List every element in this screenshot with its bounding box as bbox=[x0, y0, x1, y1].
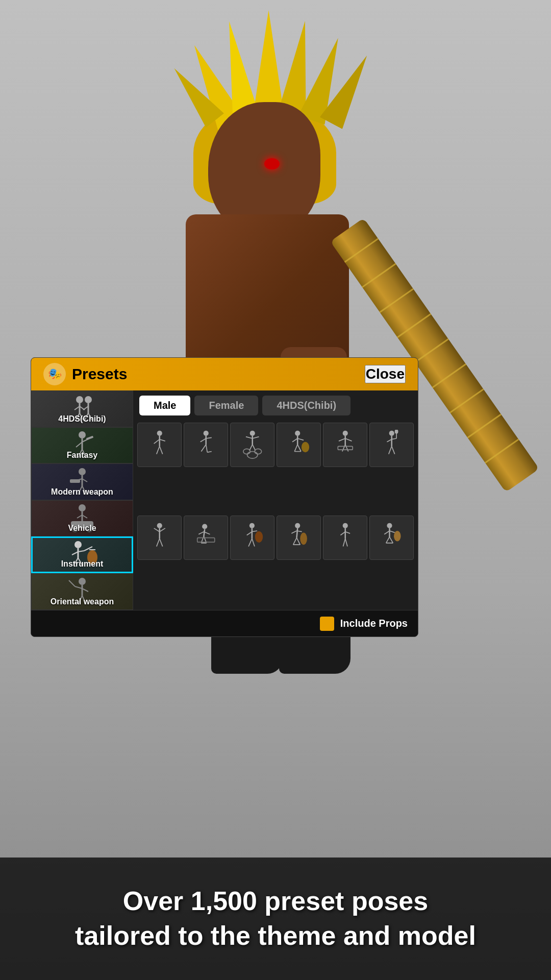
svg-point-70 bbox=[295, 430, 300, 435]
category-label-modern-weapon: Modern weapon bbox=[51, 487, 113, 497]
svg-point-113 bbox=[255, 531, 263, 543]
caption-line-2: tailored to the theme and model bbox=[75, 921, 476, 950]
caption-text: Over 1,500 preset poses tailored to the … bbox=[75, 884, 476, 953]
svg-rect-84 bbox=[338, 446, 353, 450]
pose-5-icon bbox=[330, 430, 361, 460]
pose-cell-12[interactable] bbox=[369, 516, 414, 560]
svg-point-48 bbox=[157, 430, 162, 435]
svg-line-82 bbox=[342, 445, 345, 452]
category-item-modern-weapon[interactable]: Modern weapon bbox=[31, 463, 133, 500]
category-item-vehicle[interactable]: Vehicle bbox=[31, 500, 133, 537]
svg-point-68 bbox=[255, 449, 262, 454]
presets-title: Presets bbox=[72, 365, 127, 383]
category-list: 4HDS(Chibi) Fantasy bbox=[31, 390, 133, 610]
tab-4hds-chibi[interactable]: 4HDS(Chibi) bbox=[262, 396, 350, 415]
svg-line-72 bbox=[292, 438, 297, 442]
category-item-instrument[interactable]: Instrument bbox=[31, 536, 133, 573]
pose-cell-9[interactable] bbox=[230, 516, 274, 560]
svg-line-74 bbox=[294, 445, 297, 452]
tab-female[interactable]: Female bbox=[194, 396, 258, 415]
pose-cell-5[interactable] bbox=[323, 423, 367, 467]
svg-line-75 bbox=[297, 445, 301, 452]
pose-cell-1[interactable] bbox=[137, 423, 182, 467]
pose-6-icon bbox=[377, 430, 407, 460]
svg-point-6 bbox=[85, 396, 92, 403]
category-item-oriental-weapon[interactable]: Oriental weapon bbox=[31, 573, 133, 610]
svg-point-92 bbox=[394, 430, 398, 434]
svg-point-0 bbox=[76, 396, 83, 403]
svg-line-57 bbox=[206, 437, 212, 438]
svg-line-125 bbox=[345, 532, 350, 533]
svg-line-111 bbox=[248, 539, 252, 547]
pose-cell-6[interactable] bbox=[369, 423, 414, 467]
svg-point-32 bbox=[74, 541, 82, 548]
presets-icon: 🎭 bbox=[43, 363, 66, 385]
svg-line-64 bbox=[253, 436, 259, 438]
svg-line-51 bbox=[160, 439, 165, 440]
tab-male[interactable]: Male bbox=[139, 396, 190, 415]
pose-11-icon bbox=[330, 522, 361, 553]
svg-line-124 bbox=[340, 532, 345, 535]
svg-point-61 bbox=[249, 430, 255, 435]
svg-point-114 bbox=[295, 523, 300, 528]
pose-8-icon bbox=[191, 522, 221, 553]
svg-line-95 bbox=[154, 528, 159, 532]
pose-cell-3[interactable] bbox=[230, 423, 274, 467]
svg-line-115 bbox=[296, 528, 297, 538]
svg-line-60 bbox=[207, 451, 212, 452]
pose-1-icon bbox=[144, 430, 175, 460]
category-label-oriental-weapon: Oriental weapon bbox=[51, 597, 114, 606]
svg-line-63 bbox=[246, 436, 253, 438]
svg-line-45 bbox=[82, 589, 88, 592]
svg-line-53 bbox=[160, 446, 163, 454]
pose-cell-11[interactable] bbox=[323, 516, 367, 560]
svg-point-122 bbox=[342, 523, 347, 528]
pose-10-icon bbox=[284, 522, 314, 553]
svg-line-80 bbox=[339, 438, 345, 441]
pose-cell-2[interactable] bbox=[184, 423, 228, 467]
svg-point-18 bbox=[79, 468, 86, 475]
svg-point-67 bbox=[243, 449, 251, 454]
pose-cell-8[interactable] bbox=[184, 516, 228, 560]
include-props-label: Include Props bbox=[340, 618, 408, 629]
caption-line-1: Over 1,500 preset poses bbox=[123, 886, 428, 916]
svg-point-25 bbox=[79, 504, 86, 511]
svg-line-35 bbox=[78, 551, 84, 552]
pose-9-icon bbox=[237, 522, 268, 553]
pose-12-icon bbox=[377, 522, 407, 553]
svg-point-11 bbox=[79, 431, 86, 438]
pose-7-icon bbox=[144, 522, 175, 553]
svg-line-43 bbox=[75, 586, 82, 589]
svg-point-93 bbox=[157, 523, 162, 528]
category-item-4hds[interactable]: 4HDS(Chibi) bbox=[31, 390, 133, 427]
svg-line-56 bbox=[200, 438, 206, 442]
category-item-fantasy[interactable]: Fantasy bbox=[31, 427, 133, 464]
svg-line-130 bbox=[384, 531, 389, 534]
pose-cell-4[interactable] bbox=[277, 423, 321, 467]
svg-point-41 bbox=[79, 578, 86, 585]
tab-bar: Male Female 4HDS(Chibi) bbox=[133, 390, 418, 419]
svg-line-127 bbox=[345, 539, 347, 547]
bottom-caption: Over 1,500 preset poses tailored to the … bbox=[0, 857, 551, 980]
svg-point-78 bbox=[342, 430, 347, 435]
svg-line-83 bbox=[345, 445, 348, 452]
svg-line-52 bbox=[157, 446, 160, 454]
svg-line-13 bbox=[76, 442, 82, 447]
svg-line-97 bbox=[157, 539, 160, 547]
pose-cell-10[interactable] bbox=[277, 516, 321, 560]
svg-line-81 bbox=[345, 438, 352, 441]
include-props-checkbox[interactable] bbox=[320, 617, 334, 631]
svg-rect-15 bbox=[86, 436, 94, 440]
svg-line-131 bbox=[389, 531, 394, 532]
close-button[interactable]: Close bbox=[365, 365, 406, 383]
svg-line-44 bbox=[69, 580, 75, 586]
svg-line-100 bbox=[204, 529, 205, 536]
svg-line-112 bbox=[252, 539, 255, 547]
svg-line-90 bbox=[392, 446, 395, 454]
svg-point-135 bbox=[394, 531, 401, 541]
category-label-4hds: 4HDS(Chibi) bbox=[58, 414, 106, 424]
pose-2-icon bbox=[191, 430, 221, 460]
pose-cell-7[interactable] bbox=[137, 516, 182, 560]
svg-line-126 bbox=[343, 539, 345, 547]
svg-point-121 bbox=[300, 533, 307, 545]
